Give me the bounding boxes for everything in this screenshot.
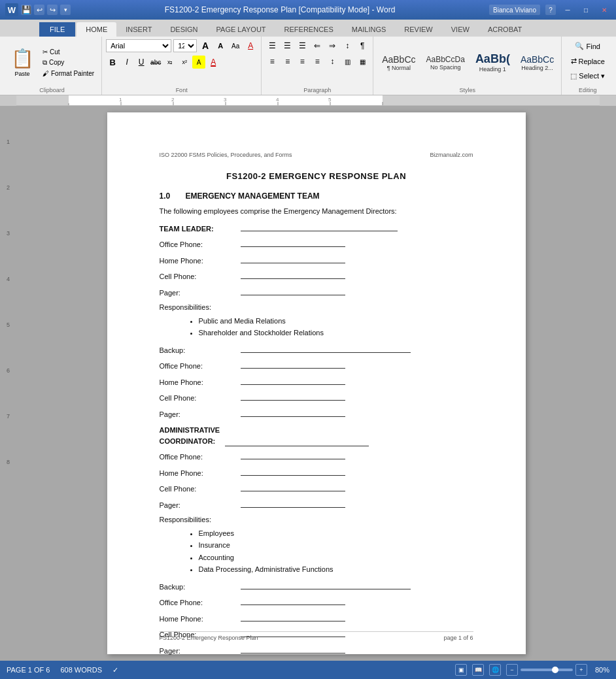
document-page: ISO 22000 FSMS Policies, Procedures, and…: [107, 112, 526, 654]
line-spacing-button[interactable]: ↕: [326, 55, 339, 68]
cut-label: Cut: [50, 48, 60, 56]
zoom-out-button[interactable]: −: [506, 664, 518, 676]
print-layout-button[interactable]: ▣: [455, 664, 467, 676]
document-area: 1 2 3 4 5 6 7 8 ISO 22000 FSMS Policies,…: [0, 106, 616, 661]
tab-design[interactable]: DESIGN: [161, 22, 207, 37]
tab-insert[interactable]: INSERT: [116, 22, 161, 37]
replace-button[interactable]: ⇄ Replace: [566, 54, 609, 68]
save-icon[interactable]: 💾: [21, 5, 31, 15]
font-size-select[interactable]: 12: [173, 39, 197, 52]
responsibility-item: Employees: [199, 528, 473, 539]
word-count: 608 WORDS: [60, 666, 102, 674]
bullets-button[interactable]: ☰: [265, 39, 279, 52]
ruler-left-margin: [0, 95, 16, 106]
style-no-spacing-label: No Spacing: [430, 64, 461, 71]
italic-button[interactable]: I: [120, 56, 133, 69]
customize-icon[interactable]: ▾: [60, 5, 71, 15]
paste-label: Paste: [14, 71, 29, 77]
center-button[interactable]: ≡: [281, 55, 294, 68]
strikethrough-button[interactable]: abc: [149, 56, 162, 69]
justify-button[interactable]: ≡: [311, 55, 324, 68]
format-painter-label: Format Painter: [51, 70, 94, 77]
team-leader-field: TEAM LEADER:: [160, 222, 473, 235]
proofing-icon[interactable]: ✓: [112, 666, 118, 674]
close-button[interactable]: ✕: [598, 5, 611, 14]
tab-view[interactable]: VIEW: [442, 22, 479, 37]
responsibility-item: Accounting: [199, 552, 473, 563]
tab-file[interactable]: FILE: [39, 22, 75, 37]
document-title: FS1200-2 EMERGENCY RESPONSE PLAN: [160, 171, 473, 181]
maximize-button[interactable]: □: [579, 5, 592, 14]
minimize-button[interactable]: ─: [561, 5, 574, 14]
style-heading2[interactable]: AaBbCc Heading 2...: [516, 44, 557, 82]
home-phone-4-label: Home Phone:: [160, 614, 238, 625]
borders-button[interactable]: ▦: [356, 55, 369, 68]
subscript-button[interactable]: x₂: [163, 56, 177, 69]
style-no-spacing[interactable]: AaBbCcDa No Spacing: [422, 44, 470, 82]
clear-formatting-button[interactable]: A: [244, 39, 257, 52]
style-normal[interactable]: AaBbCc ¶ Normal: [377, 44, 420, 82]
responsibilities-2-label: Responsibilities:: [160, 514, 473, 525]
underline-button[interactable]: U: [135, 56, 148, 69]
highlight-button[interactable]: A: [192, 56, 205, 69]
superscript-button[interactable]: x²: [178, 56, 191, 69]
grow-font-button[interactable]: A: [199, 39, 212, 52]
web-layout-button[interactable]: 🌐: [489, 664, 501, 676]
home-phone-4-line: [241, 612, 345, 621]
increase-indent-button[interactable]: ⇒: [326, 39, 339, 52]
cut-button[interactable]: ✂ Cut: [39, 47, 97, 57]
bold-button[interactable]: B: [106, 56, 119, 69]
decrease-indent-button[interactable]: ⇐: [311, 39, 324, 52]
document-scroll[interactable]: ISO 22000 FSMS Policies, Procedures, and…: [16, 106, 616, 661]
multilevel-button[interactable]: ☰: [296, 39, 309, 52]
copy-label: Copy: [49, 59, 64, 66]
undo-icon[interactable]: ↩: [34, 5, 44, 15]
show-paragraph-button[interactable]: ¶: [356, 39, 369, 52]
user-menu[interactable]: Bianca Viviano: [489, 5, 540, 15]
font-name-select[interactable]: Arial: [106, 39, 171, 52]
zoom-in-button[interactable]: +: [575, 664, 587, 676]
header-right: Bizmanualz.com: [430, 152, 473, 158]
tab-review[interactable]: REVIEW: [395, 22, 441, 37]
format-painter-button[interactable]: 🖌 Format Painter: [39, 69, 97, 78]
change-case-button[interactable]: Aa: [229, 39, 242, 52]
paste-button[interactable]: 📋 Paste: [7, 44, 38, 81]
read-mode-button[interactable]: 📖: [472, 664, 484, 676]
page-header: ISO 22000 FSMS Policies, Procedures, and…: [160, 152, 473, 158]
sort-button[interactable]: ↕: [341, 39, 354, 52]
redo-icon[interactable]: ↪: [47, 5, 58, 15]
font-group: Arial 12 A A Aa A B I U abc x₂ x² A A: [102, 37, 262, 95]
numbering-button[interactable]: ☰: [281, 39, 294, 52]
replace-label: Replace: [579, 58, 605, 65]
svg-text:3: 3: [224, 97, 227, 103]
style-heading1[interactable]: AaBb( Heading 1: [471, 44, 515, 82]
tab-mailings[interactable]: MAILINGS: [343, 22, 396, 37]
ribbon-tab-bar: FILE HOME INSERT DESIGN PAGE LAYOUT REFE…: [0, 20, 616, 37]
admin-coordinator-line: [225, 437, 369, 446]
title-bar: W 💾 ↩ ↪ ▾ FS1200-2 Emergency Response Pl…: [0, 0, 616, 20]
backup-1-field: Backup:: [160, 344, 473, 356]
tab-acrobat[interactable]: ACROBAT: [479, 22, 531, 37]
tab-page-layout[interactable]: PAGE LAYOUT: [207, 22, 275, 37]
tab-references[interactable]: REFERENCES: [275, 22, 343, 37]
copy-button[interactable]: ⧉ Copy: [39, 58, 97, 68]
select-button[interactable]: ⬚ Select ▾: [566, 69, 609, 83]
pager-4: Pager:: [160, 644, 473, 657]
cell-phone-1: Cell Phone:: [160, 270, 473, 282]
shrink-font-button[interactable]: A: [214, 39, 227, 52]
home-phone-1: Home Phone:: [160, 254, 473, 267]
font-color-button[interactable]: A: [207, 56, 220, 69]
find-icon: 🔍: [575, 42, 584, 50]
align-left-button[interactable]: ≡: [265, 55, 279, 68]
status-left: PAGE 1 OF 6 608 WORDS ✓: [7, 666, 118, 674]
shading-button[interactable]: ▥: [341, 55, 354, 68]
help-icon[interactable]: ?: [545, 5, 556, 15]
tab-home[interactable]: HOME: [77, 22, 116, 37]
find-button[interactable]: 🔍 Find: [570, 39, 604, 53]
team-leader-responsibilities: Responsibilities: Public and Media Relat…: [160, 302, 473, 339]
home-phone-3: Home Phone:: [160, 467, 473, 479]
zoom-track[interactable]: [521, 669, 573, 671]
ruler-mark-7: 7: [7, 413, 10, 420]
pager-2: Pager:: [160, 408, 473, 420]
align-right-button[interactable]: ≡: [296, 55, 309, 68]
